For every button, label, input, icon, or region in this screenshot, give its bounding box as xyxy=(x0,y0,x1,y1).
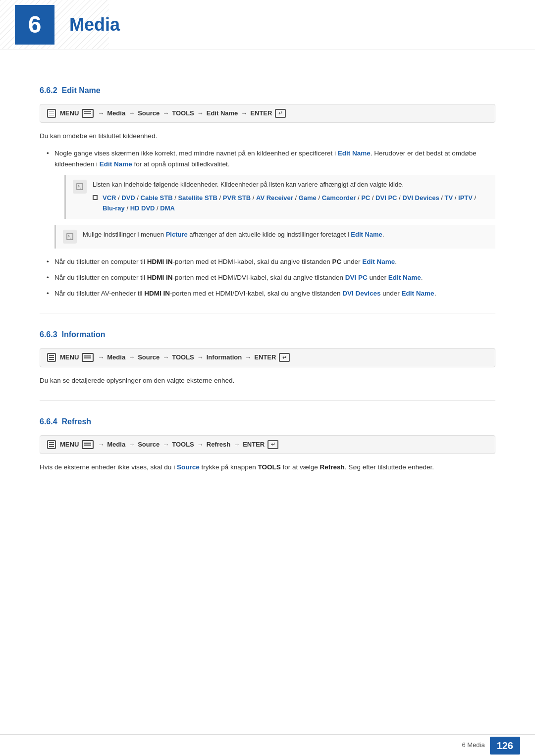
bullet-item-3: Når du tilslutter en computer til HDMI I… xyxy=(45,272,495,283)
menu-box-icon-664 xyxy=(82,440,94,449)
nav-menu-label: MENU xyxy=(60,108,79,119)
section-662: 6.6.2 Edit Name MENU → Media → Source → … xyxy=(40,84,495,299)
section-divider-2 xyxy=(40,400,495,401)
enter-key-icon-664: ↵ xyxy=(268,440,278,449)
note-icon-1 xyxy=(73,180,87,194)
bullet-item-1: Nogle gange vises skærmen ikke korrekt, … xyxy=(45,148,495,219)
chapter-number-badge: 6 xyxy=(15,5,54,45)
section-662-description: Du kan omdøbe en tilsluttet kildeenhed. xyxy=(40,131,495,142)
remote-icon-664 xyxy=(47,440,56,449)
section-664-description: Hvis de eksterne enheder ikke vises, ska… xyxy=(40,462,495,473)
sub-bullet xyxy=(93,195,98,200)
chapter-title: Media xyxy=(69,10,120,39)
main-content: 6.6.2 Edit Name MENU → Media → Source → … xyxy=(0,50,535,519)
section-663: 6.6.3 Information MENU → Media → Source … xyxy=(40,328,495,386)
page-number-badge: 126 xyxy=(490,737,520,755)
section-662-bullets2: Når du tilslutter en computer til HDMI I… xyxy=(40,256,495,300)
remote-icon-663 xyxy=(47,353,56,362)
nav-path-663: MENU → Media → Source → TOOLS → Informat… xyxy=(40,348,495,367)
top-header: 6 Media xyxy=(0,0,535,50)
remote-icon xyxy=(47,109,56,118)
section-662-heading: 6.6.2 Edit Name xyxy=(40,84,495,97)
menu-box-icon-663 xyxy=(82,353,94,362)
menu-box-icon xyxy=(82,109,94,118)
note-box-1: Listen kan indeholde følgende kildeenhed… xyxy=(64,175,495,218)
note-icon-2 xyxy=(63,230,77,244)
page-footer: 6 Media 126 xyxy=(0,734,535,756)
nav-path-662: MENU → Media → Source → TOOLS → Edit Nam… xyxy=(40,104,495,123)
section-664: 6.6.4 Refresh MENU → Media → Source → TO… xyxy=(40,415,495,473)
enter-key-icon: ↵ xyxy=(275,109,286,118)
sub-item-list: VCR / DVD / Cable STB / Satellite STB / … xyxy=(93,193,488,214)
bullet-item-4: Når du tilslutter AV-enheder til HDMI IN… xyxy=(45,288,495,299)
section-664-heading: 6.6.4 Refresh xyxy=(40,415,495,428)
section-663-description: Du kan se detaljerede oplysninger om den… xyxy=(40,375,495,386)
footer-label: 6 Media xyxy=(462,740,484,751)
nav-path-664: MENU → Media → Source → TOOLS → Refresh … xyxy=(40,435,495,454)
enter-key-icon-663: ↵ xyxy=(279,353,290,362)
section-divider-1 xyxy=(40,313,495,313)
bullet-item-2: Når du tilslutter en computer til HDMI I… xyxy=(45,256,495,267)
section-663-heading: 6.6.3 Information xyxy=(40,328,495,341)
section-662-bullets: Nogle gange vises skærmen ikke korrekt, … xyxy=(40,148,495,219)
note-box-2: Mulige indstillinger i menuen Picture af… xyxy=(54,225,495,249)
